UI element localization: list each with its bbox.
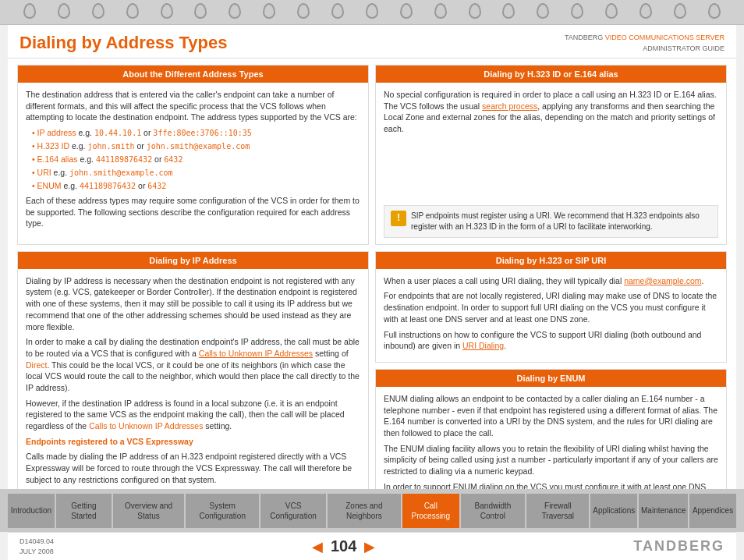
h323-alias-section: Dialing by H.323 ID or E.164 alias No sp… <box>375 65 727 245</box>
page-footer: D14049.04 JULY 2008 ◀ 104 ▶ TANDBERG <box>8 532 736 560</box>
next-page-button[interactable]: ▶ <box>364 538 375 555</box>
ring <box>571 3 583 19</box>
ring <box>400 3 413 19</box>
ip-subheader: Endpoints registered to a VCS Expressway <box>26 436 360 448</box>
ring <box>58 3 70 19</box>
ring <box>502 3 515 19</box>
ip-p1: Dialing by IP address is necessary when … <box>26 275 360 332</box>
ip-p3: However, if the destination IP address i… <box>26 398 360 432</box>
h323-alias-header: Dialing by H.323 ID or E.164 alias <box>376 66 726 83</box>
tab-zones-neighbors[interactable]: Zones and Neighbors <box>328 494 401 528</box>
footer-nav: ◀ 104 ▶ <box>312 537 375 555</box>
page-number: 104 <box>331 537 356 555</box>
ip-address-header: Dialing by IP Address <box>18 252 368 269</box>
ring <box>366 3 378 19</box>
ip-p4: Calls made by dialing the IP address of … <box>26 451 360 485</box>
bullet-enum: ENUM e.g. 441189876432 or 6432 <box>32 180 360 192</box>
h323-alias-text: No special configuration is required in … <box>384 89 718 135</box>
ring <box>434 3 447 19</box>
enum-p1: ENUM dialing allows an endpoint to be co… <box>384 393 718 439</box>
uri-dialing-link[interactable]: URI Dialing <box>462 341 504 350</box>
page-title: Dialing by Address Types <box>19 33 228 53</box>
enum-header: Dialing by ENUM <box>376 370 726 387</box>
uri-header: Dialing by H.323 or SIP URI <box>376 252 726 269</box>
ring <box>161 3 173 19</box>
brand-guide: ADMINISTRATOR GUIDE <box>643 44 725 52</box>
about-section: About the Different Address Types The de… <box>17 65 369 245</box>
enum-p3: In order to support ENUM dialing on the … <box>384 481 718 489</box>
ring <box>23 3 36 19</box>
ring <box>126 3 139 19</box>
bullet-uri: URI e.g. john.smith@example.com <box>32 167 360 179</box>
uri-section: Dialing by H.323 or SIP URI When a user … <box>375 251 727 363</box>
tab-overview-status[interactable]: Overview and Status <box>113 494 184 528</box>
ring <box>194 3 207 19</box>
ring <box>331 3 344 19</box>
h323-alias-content: No special configuration is required in … <box>376 83 726 244</box>
brand-name: TANDBERG <box>565 34 603 41</box>
binder-top <box>0 0 744 25</box>
doc-header: Dialing by Address Types TANDBERG VIDEO … <box>8 25 736 58</box>
about-header: About the Different Address Types <box>18 66 368 83</box>
ip-address-section: Dialing by IP Address Dialing by IP addr… <box>17 251 369 489</box>
about-bullets: IP address e.g. 10.44.10.1 or 3ffe:80ee:… <box>26 127 360 192</box>
ring <box>639 3 652 19</box>
about-footer: Each of these address types may require … <box>26 195 360 229</box>
tab-getting-started[interactable]: Getting Started <box>56 494 112 528</box>
about-intro: The destination address that is entered … <box>26 89 360 123</box>
ring <box>537 3 549 19</box>
ring <box>263 3 275 19</box>
h323-warning: ! SIP endpoints must register using a UR… <box>384 205 718 238</box>
uri-p1: When a user places a call using URI dial… <box>384 275 718 287</box>
tab-appendices[interactable]: Appendices <box>689 494 736 528</box>
bullet-e164: E.164 alias e.g. 441189876432 or 6432 <box>32 154 360 165</box>
tab-bandwidth-control[interactable]: Bandwidth Control <box>461 494 526 528</box>
ring <box>469 3 481 19</box>
about-content: The destination address that is entered … <box>18 83 368 244</box>
content-grid: About the Different Address Types The de… <box>8 58 736 489</box>
main-content: Dialing by Address Types TANDBERG VIDEO … <box>8 25 736 489</box>
doc-id: D14049.04 <box>19 537 54 545</box>
uri-p2: For endpoints that are not locally regis… <box>384 290 718 324</box>
search-process-link[interactable]: search process <box>482 101 537 111</box>
tab-system-configuration[interactable]: System Configuration <box>186 494 259 528</box>
uri-p3: Full instructions on how to configure th… <box>384 329 718 352</box>
bullet-h323: H.323 ID e.g. john.smith or john.smith@e… <box>32 140 360 152</box>
doc-date: JULY 2008 <box>19 548 54 555</box>
tab-vcs-configuration[interactable]: VCS Configuration <box>260 494 326 528</box>
enum-p2: The ENUM dialing facility allows you to … <box>384 443 718 477</box>
ring <box>92 3 105 19</box>
tab-applications[interactable]: Applications <box>590 494 637 528</box>
ring <box>674 3 686 19</box>
ring <box>605 3 618 19</box>
tab-firewall-traversal[interactable]: Firewall Traversal <box>526 494 589 528</box>
warning-icon: ! <box>391 211 406 226</box>
tab-introduction[interactable]: Introduction <box>8 494 55 528</box>
bullet-ip: IP address e.g. 10.44.10.1 or 3ffe:80ee:… <box>32 127 360 139</box>
enum-section: Dialing by ENUM ENUM dialing allows an e… <box>375 369 727 489</box>
binder-rings <box>23 3 721 19</box>
footer-brand: TANDBERG <box>633 538 725 555</box>
ip-p2: In order to make a call by dialing the d… <box>26 336 360 393</box>
h323-warning-text: SIP endpoints must register using a URI.… <box>411 211 711 232</box>
enum-content: ENUM dialing allows an endpoint to be co… <box>376 387 726 489</box>
footer-doc-info: D14049.04 JULY 2008 <box>19 537 54 556</box>
bottom-nav: Introduction Getting Started Overview an… <box>0 489 744 532</box>
tab-call-processing[interactable]: Call Processing <box>402 494 459 528</box>
right-column: Dialing by H.323 or SIP URI When a user … <box>375 251 727 489</box>
calls-unknown-link[interactable]: Calls to Unknown IP Addresses <box>199 349 313 358</box>
tab-maintenance[interactable]: Maintenance <box>639 494 688 528</box>
uri-content: When a user places a call using URI dial… <box>376 269 726 362</box>
uri-example-link[interactable]: name@example.com <box>624 276 701 285</box>
ring <box>229 3 241 19</box>
ip-address-content: Dialing by IP address is necessary when … <box>18 269 368 489</box>
ring <box>708 3 721 19</box>
brand-highlight: VIDEO COMMUNICATIONS SERVER <box>605 34 725 41</box>
prev-page-button[interactable]: ◀ <box>312 538 323 555</box>
ring <box>297 3 310 19</box>
doc-brand: TANDBERG VIDEO COMMUNICATIONS SERVER ADM… <box>565 33 725 54</box>
